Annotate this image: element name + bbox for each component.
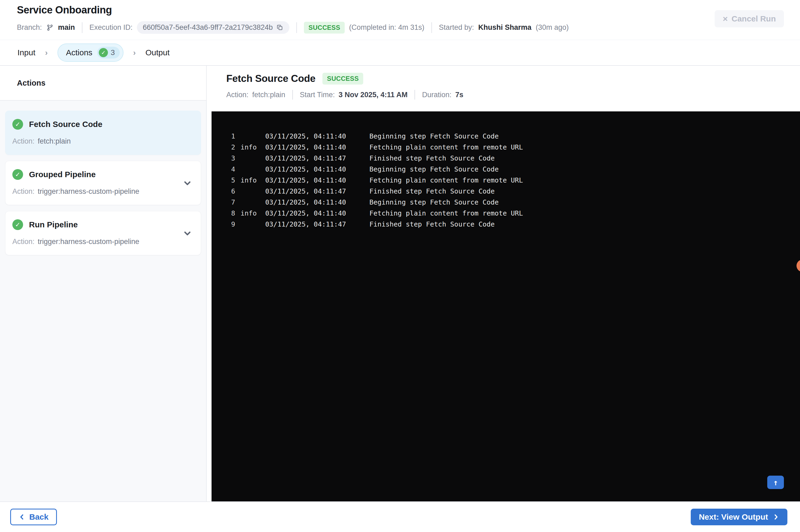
next-view-output-button[interactable]: Next: View Output [691,509,787,525]
log-msg: Fetching plain content from remote URL [364,208,800,219]
sidebar-heading: Actions [17,79,45,88]
completed-in-text: (Completed in: 4m 31s) [349,23,424,32]
log-num: 3 [212,153,235,164]
log-msg: Beginning step Fetch Source Code [364,164,800,175]
execution-id-value: 660f50a7-5eef-43a6-9ff7-2a2179c3824b [143,23,273,32]
duration-value: 7s [455,91,463,99]
footer-bar: Back Next: View Output [0,501,800,532]
detail-status-badge: SUCCESS [322,73,363,84]
log-line: 303/11/2025, 04:11:47Finished step Fetch… [212,153,800,164]
action-card-fetch-source-code[interactable]: ✓ Fetch Source Code Action:fetch:plain [5,111,201,155]
actions-count-badge: ✓ 3 [97,47,120,58]
log-level [235,186,260,197]
log-num: 5 [212,175,235,186]
log-line: 403/11/2025, 04:11:40Beginning step Fetc… [212,164,800,175]
log-time: 03/11/2025, 04:11:47 [260,186,364,197]
copy-icon[interactable] [277,24,284,31]
sidebar-header: Actions [0,66,206,101]
duration-label: Duration: [422,91,452,99]
chevron-down-icon[interactable] [183,178,192,188]
actions-sidebar: Actions ✓ Fetch Source Code Action:fetch… [0,66,207,501]
log-msg: Beginning step Fetch Source Code [364,197,800,208]
check-icon: ✓ [99,48,108,57]
action-card-grouped-pipeline[interactable]: ✓ Grouped Pipeline Action:trigger:harnes… [5,161,201,205]
action-detail-panel: Fetch Source Code SUCCESS Action: fetch:… [207,66,800,501]
execution-id-label: Execution ID: [89,23,133,32]
log-line: 903/11/2025, 04:11:47Finished step Fetch… [212,219,800,230]
tab-input[interactable]: Input [17,48,35,57]
log-level [235,164,260,175]
action-label: Action: [12,187,35,195]
actions-list: ✓ Fetch Source Code Action:fetch:plain ✓… [0,101,206,501]
chevron-right-icon: › [133,48,136,57]
action-label: Action: [12,238,35,246]
chevron-left-icon [19,513,25,520]
log-level: info [235,175,260,186]
start-time-value: 3 Nov 2025, 4:11 AM [339,91,407,99]
cancel-run-label: Cancel Run [731,14,776,23]
log-level [235,197,260,208]
stepper-tabs: Input › Actions ✓ 3 › Output [0,40,800,66]
start-time-label: Start Time: [300,91,335,99]
action-card-title: Fetch Source Code [29,120,102,129]
log-msg: Finished step Fetch Source Code [364,153,800,164]
status-badge: SUCCESS [304,22,345,34]
log-lines: 103/11/2025, 04:11:40Beginning step Fetc… [212,131,800,230]
log-line: 2info03/11/2025, 04:11:40Fetching plain … [212,142,800,153]
detail-action-label: Action: [226,91,249,99]
log-num: 1 [212,131,235,142]
action-value: trigger:harness-custom-pipeline [38,187,139,195]
log-num: 4 [212,164,235,175]
log-line: 8info03/11/2025, 04:11:40Fetching plain … [212,208,800,219]
log-time: 03/11/2025, 04:11:47 [260,153,364,164]
divider [432,22,432,33]
log-time: 03/11/2025, 04:11:47 [260,219,364,230]
action-card-run-pipeline[interactable]: ✓ Run Pipeline Action:trigger:harness-cu… [5,211,201,255]
log-num: 8 [212,208,235,219]
log-msg: Beginning step Fetch Source Code [364,131,800,142]
branch-name: main [58,23,75,32]
back-button[interactable]: Back [10,509,57,525]
detail-title: Fetch Source Code [226,73,316,84]
log-msg: Fetching plain content from remote URL [364,142,800,153]
tab-actions[interactable]: Actions ✓ 3 [57,43,123,62]
log-msg: Finished step Fetch Source Code [364,219,800,230]
started-by-label: Started by: [439,23,474,32]
log-level [235,219,260,230]
log-time: 03/11/2025, 04:11:40 [260,208,364,219]
log-level [235,153,260,164]
tab-output[interactable]: Output [146,48,170,57]
app-window: Service Onboarding × Cancel Run Branch: … [0,0,800,532]
log-time: 03/11/2025, 04:11:40 [260,131,364,142]
divider [292,90,293,100]
log-time: 03/11/2025, 04:11:40 [260,175,364,186]
git-branch-icon [46,24,54,32]
divider [297,22,297,33]
log-time: 03/11/2025, 04:11:40 [260,197,364,208]
chevron-down-icon[interactable] [183,228,192,238]
log-line: 103/11/2025, 04:11:40Beginning step Fetc… [212,131,800,142]
detail-meta-row: Action: fetch:plain Start Time: 3 Nov 20… [226,90,800,100]
log-time: 03/11/2025, 04:11:40 [260,164,364,175]
chevron-right-icon [772,513,779,520]
log-console[interactable]: 103/11/2025, 04:11:40Beginning step Fetc… [212,111,800,501]
page-title: Service Onboarding [17,4,784,16]
log-num: 9 [212,219,235,230]
divider [415,90,415,100]
log-msg: Finished step Fetch Source Code [364,186,800,197]
content-area: Actions ✓ Fetch Source Code Action:fetch… [0,66,800,501]
check-icon: ✓ [12,119,23,130]
log-num: 7 [212,197,235,208]
execution-meta-row: Branch: main Execution ID: 660f50a7-5eef… [17,21,784,34]
log-line: 5info03/11/2025, 04:11:40Fetching plain … [212,175,800,186]
check-icon: ✓ [12,169,23,180]
log-num: 6 [212,186,235,197]
detail-header: Fetch Source Code SUCCESS Action: fetch:… [207,66,800,111]
cancel-run-button[interactable]: × Cancel Run [715,10,784,27]
scroll-to-top-button[interactable]: ↑ [767,476,784,489]
started-by-ago: (30m ago) [536,23,569,32]
next-label: Next: View Output [699,512,768,521]
log-msg: Fetching plain content from remote URL [364,175,800,186]
log-time: 03/11/2025, 04:11:40 [260,142,364,153]
log-level [235,131,260,142]
